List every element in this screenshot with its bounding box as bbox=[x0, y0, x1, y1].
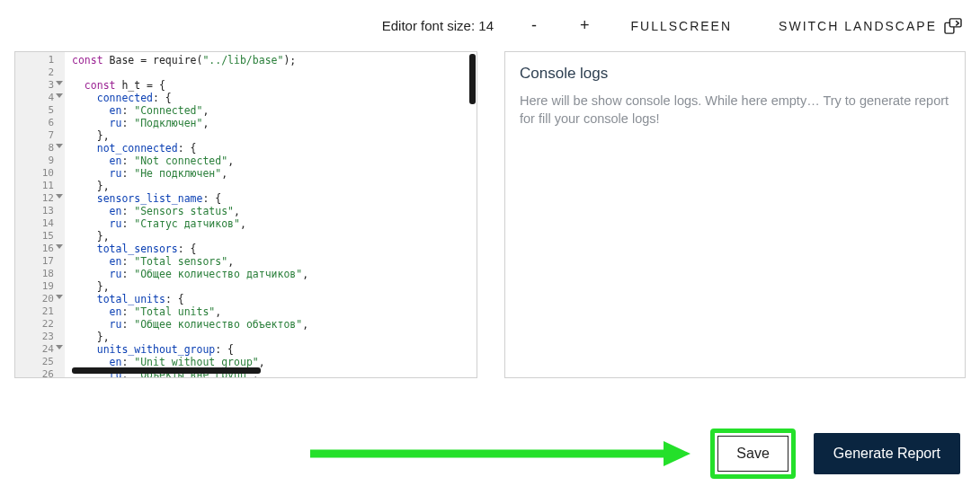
font-decrease-button[interactable]: - bbox=[526, 16, 542, 35]
gutter-line: 3 bbox=[15, 79, 65, 92]
fold-icon[interactable] bbox=[56, 244, 63, 249]
gutter-line: 8 bbox=[15, 142, 65, 155]
code-line[interactable]: en: "Not connected", bbox=[72, 155, 473, 167]
svg-marker-3 bbox=[664, 441, 690, 466]
code-line[interactable]: ru: "Общее количество объектов", bbox=[72, 318, 473, 331]
code-line[interactable]: en: "Sensors status", bbox=[72, 205, 473, 217]
console-panel: Console logs Here will be show console l… bbox=[504, 51, 966, 378]
code-line[interactable]: not_connected: { bbox=[72, 142, 473, 155]
code-line[interactable]: total_sensors: { bbox=[72, 243, 473, 255]
gutter-line: 2 bbox=[15, 66, 65, 79]
console-placeholder: Here will be show console logs. While he… bbox=[520, 92, 950, 128]
gutter-line: 4 bbox=[15, 92, 65, 104]
font-increase-button[interactable]: + bbox=[575, 16, 595, 35]
code-line[interactable]: total_units: { bbox=[72, 293, 473, 305]
code-line[interactable]: en: "Total units", bbox=[72, 305, 473, 318]
gutter-line: 18 bbox=[15, 268, 65, 280]
gutter-line: 9 bbox=[15, 155, 65, 167]
fold-icon[interactable] bbox=[56, 345, 63, 349]
gutter-line: 21 bbox=[15, 305, 65, 318]
save-button[interactable]: Save bbox=[717, 436, 788, 472]
gutter-line: 17 bbox=[15, 255, 65, 268]
highlight-arrow-icon bbox=[306, 439, 692, 468]
gutter-line: 23 bbox=[15, 331, 65, 343]
gutter-line: 19 bbox=[15, 280, 65, 293]
code-line[interactable]: ru: "Статус датчиков", bbox=[72, 217, 473, 230]
code-line[interactable]: units_without_group: { bbox=[72, 343, 473, 356]
gutter-line: 24 bbox=[15, 343, 65, 356]
code-line[interactable]: sensors_list_name: { bbox=[72, 192, 473, 205]
gutter-line: 13 bbox=[15, 205, 65, 217]
gutter-line: 7 bbox=[15, 129, 65, 142]
code-line[interactable]: }, bbox=[72, 129, 473, 142]
fold-icon[interactable] bbox=[56, 194, 63, 199]
switch-landscape-button[interactable]: SWITCH LANDSCAPE bbox=[779, 18, 962, 34]
gutter-line: 16 bbox=[15, 243, 65, 255]
code-line[interactable]: connected: { bbox=[72, 92, 473, 104]
code-line[interactable]: }, bbox=[72, 230, 473, 243]
gutter-line: 1 bbox=[15, 54, 65, 66]
code-line[interactable]: en: "Unit without group", bbox=[72, 356, 473, 368]
fullscreen-button[interactable]: FULLSCREEN bbox=[630, 19, 732, 33]
gutter-line: 12 bbox=[15, 192, 65, 205]
gutter-line: 11 bbox=[15, 180, 65, 192]
editor-content[interactable]: const Base = require("../lib/base"); con… bbox=[65, 52, 477, 377]
main-panels: 1234567891011121314151617181920212223242… bbox=[0, 51, 980, 378]
code-line[interactable]: }, bbox=[72, 280, 473, 293]
gutter-line: 26 bbox=[15, 368, 65, 378]
code-editor[interactable]: 1234567891011121314151617181920212223242… bbox=[14, 51, 477, 378]
code-line[interactable]: const Base = require("../lib/base"); bbox=[72, 54, 473, 66]
gutter-line: 20 bbox=[15, 293, 65, 305]
code-line[interactable]: ru: "Не подключен", bbox=[72, 167, 473, 180]
code-line[interactable]: en: "Total sensors", bbox=[72, 255, 473, 268]
font-size-label: Editor font size: 14 bbox=[382, 18, 494, 33]
code-line[interactable]: ru: "Общее количество датчиков", bbox=[72, 268, 473, 280]
gutter-line: 10 bbox=[15, 167, 65, 180]
fold-icon[interactable] bbox=[56, 144, 63, 148]
save-highlight: Save bbox=[710, 429, 795, 479]
code-line[interactable]: ru: "Подключен", bbox=[72, 117, 473, 129]
gutter-line: 14 bbox=[15, 217, 65, 230]
switch-landscape-icon bbox=[944, 18, 962, 34]
code-line[interactable] bbox=[72, 66, 473, 79]
code-line[interactable]: en: "Connected", bbox=[72, 104, 473, 117]
gutter-line: 22 bbox=[15, 318, 65, 331]
gutter-line: 6 bbox=[15, 117, 65, 129]
footer-actions: Save Generate Report bbox=[0, 429, 980, 479]
fold-icon[interactable] bbox=[56, 295, 63, 299]
generate-report-button[interactable]: Generate Report bbox=[814, 433, 960, 474]
editor-gutter: 1234567891011121314151617181920212223242… bbox=[15, 52, 65, 377]
editor-toolbar: Editor font size: 14 - + FULLSCREEN SWIT… bbox=[0, 0, 980, 51]
gutter-line: 5 bbox=[15, 104, 65, 117]
code-line[interactable]: const h_t = { bbox=[72, 79, 473, 92]
console-title: Console logs bbox=[520, 65, 950, 83]
svg-rect-1 bbox=[949, 18, 961, 26]
horizontal-scrollbar[interactable] bbox=[72, 367, 261, 374]
code-line[interactable]: }, bbox=[72, 180, 473, 192]
toolbar-actions: FULLSCREEN SWITCH LANDSCAPE bbox=[630, 18, 962, 34]
fold-icon[interactable] bbox=[56, 93, 63, 98]
vertical-scrollbar[interactable] bbox=[469, 54, 476, 104]
code-line[interactable]: }, bbox=[72, 331, 473, 343]
gutter-line: 25 bbox=[15, 356, 65, 368]
gutter-line: 15 bbox=[15, 230, 65, 243]
font-size-group: Editor font size: 14 - + bbox=[382, 16, 595, 35]
fold-icon[interactable] bbox=[56, 81, 63, 85]
switch-landscape-label: SWITCH LANDSCAPE bbox=[779, 19, 937, 33]
